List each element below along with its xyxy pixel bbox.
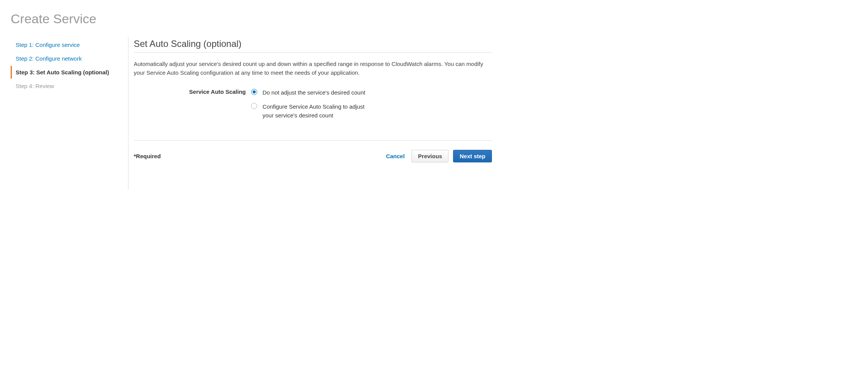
section-title: Set Auto Scaling (optional) (134, 39, 492, 53)
footer: *Required Cancel Previous Next step (134, 150, 492, 162)
required-label: *Required (134, 153, 161, 159)
radio-label: Configure Service Auto Scaling to adjust… (263, 102, 365, 120)
radio-label: Do not adjust the service's desired coun… (263, 88, 365, 97)
step-3-set-auto-scaling[interactable]: Step 3: Set Auto Scaling (optional) (11, 66, 125, 79)
radio-do-not-adjust[interactable]: Do not adjust the service's desired coun… (251, 88, 365, 97)
layout-container: Step 1: Configure service Step 2: Config… (11, 37, 857, 189)
button-group: Cancel Previous Next step (384, 150, 492, 162)
service-auto-scaling-row: Service Auto Scaling Do not adjust the s… (134, 88, 492, 125)
next-step-button[interactable]: Next step (453, 150, 492, 162)
section-description: Automatically adjust your service's desi… (134, 59, 492, 77)
radio-icon (251, 89, 257, 95)
page-title: Create Service (11, 11, 857, 26)
footer-divider (134, 140, 492, 141)
step-4-review: Step 4: Review (11, 80, 125, 92)
vertical-divider (128, 37, 128, 189)
step-2-configure-network[interactable]: Step 2: Configure network (11, 52, 125, 65)
service-auto-scaling-radio-group: Do not adjust the service's desired coun… (251, 88, 365, 125)
previous-button[interactable]: Previous (412, 150, 448, 162)
radio-icon (251, 103, 257, 109)
cancel-button[interactable]: Cancel (384, 150, 407, 162)
radio-configure-auto-scaling[interactable]: Configure Service Auto Scaling to adjust… (251, 102, 365, 120)
step-1-configure-service[interactable]: Step 1: Configure service (11, 39, 125, 51)
service-auto-scaling-label: Service Auto Scaling (134, 88, 251, 95)
main-content: Set Auto Scaling (optional) Automaticall… (134, 37, 492, 189)
wizard-sidebar: Step 1: Configure service Step 2: Config… (11, 37, 125, 189)
